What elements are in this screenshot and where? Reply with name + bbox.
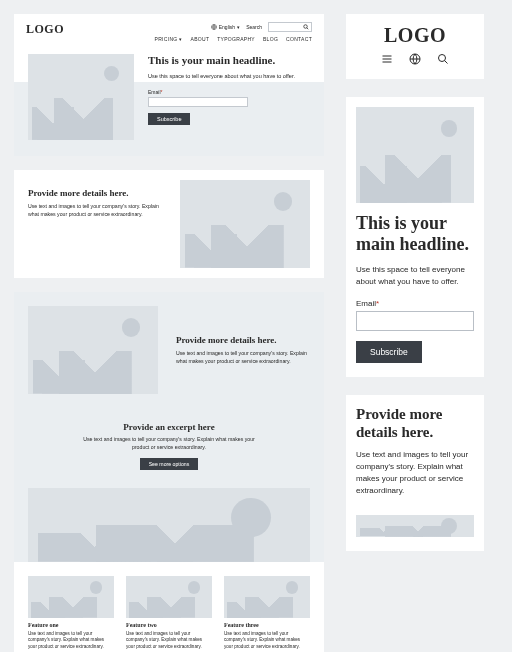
chevron-down-icon: ▾ (178, 36, 183, 42)
svg-point-7 (439, 55, 446, 62)
desktop-preview: LOGO English ▾ Search (14, 14, 324, 652)
mobile-details-heading: Provide more details here. (356, 405, 474, 441)
details-1-heading: Provide more details here. (28, 188, 162, 198)
svg-line-2 (307, 28, 309, 30)
feature-1-title: Feature one (28, 622, 114, 628)
mobile-email-label: Email* (356, 299, 474, 308)
mobile-details: Provide more details here. Use text and … (346, 395, 484, 511)
section-details-2: Provide more details here. Use text and … (14, 292, 324, 408)
details-2-body: Use text and images to tell your company… (176, 350, 310, 366)
excerpt-media (28, 488, 310, 562)
language-label: English (219, 24, 235, 30)
feature-2-image-placeholder (126, 576, 212, 618)
mobile-details-body: Use text and images to tell your company… (356, 449, 474, 497)
top-utility-bar: English ▾ Search (211, 22, 312, 32)
mobile-nav (356, 53, 474, 65)
globe-icon (211, 24, 217, 30)
mobile-hero-headline: This is your main headline. (356, 213, 474, 254)
section-excerpt: Provide an excerpt here Use text and ima… (14, 408, 324, 480)
feature-3-image-placeholder (224, 576, 310, 618)
globe-icon[interactable] (409, 53, 421, 65)
hero-section: This is your main headline. Use this spa… (14, 48, 324, 156)
details-1-body: Use text and images to tell your company… (28, 203, 162, 219)
excerpt-heading: Provide an excerpt here (34, 422, 304, 432)
hero-content: This is your main headline. Use this spa… (148, 50, 310, 125)
feature-3-title: Feature three (224, 622, 310, 628)
brand-logo[interactable]: LOGO (26, 22, 64, 37)
details-1-image-placeholder (180, 180, 310, 268)
mobile-email-field[interactable] (356, 311, 474, 331)
nav-typography[interactable]: TYPOGRAPHY (217, 36, 255, 42)
features-row: Feature one Use text and images to tell … (14, 562, 324, 652)
email-field[interactable] (148, 97, 248, 107)
mobile-details-media (346, 511, 484, 551)
details-2-image-placeholder (28, 306, 158, 394)
nav-contact[interactable]: CONTACT (286, 36, 312, 42)
search-label: Search (246, 24, 262, 30)
mobile-details-image-placeholder (356, 515, 474, 537)
search-icon (303, 24, 309, 30)
header-right: English ▾ Search PRICING ▾ ABOUT TYPOGRA… (155, 22, 312, 42)
feature-2: Feature two Use text and images to tell … (126, 576, 212, 652)
primary-nav: PRICING ▾ ABOUT TYPOGRAPHY BLOG CONTACT (155, 36, 312, 42)
mobile-brand-logo[interactable]: LOGO (356, 24, 474, 47)
email-label: Email* (148, 89, 310, 95)
feature-2-body: Use text and images to tell your company… (126, 631, 212, 652)
composite-tinted-area: Provide more details here. Use text and … (14, 292, 324, 562)
section-hero-card: LOGO English ▾ Search (14, 14, 324, 156)
search-box[interactable] (268, 22, 312, 32)
mobile-subscribe-button[interactable]: Subscribe (356, 341, 422, 363)
feature-1-body: Use text and images to tell your company… (28, 631, 114, 652)
nav-blog[interactable]: BLOG (263, 36, 278, 42)
see-more-button[interactable]: See more options (140, 458, 199, 470)
mobile-spacer-2 (346, 377, 484, 395)
hero-headline: This is your main headline. (148, 54, 310, 67)
subscribe-button[interactable]: Subscribe (148, 113, 190, 125)
svg-line-8 (445, 61, 448, 64)
hamburger-icon[interactable] (381, 53, 393, 65)
search-input[interactable] (271, 24, 301, 30)
mobile-header: LOGO (346, 14, 484, 79)
mobile-hero-image-placeholder (356, 107, 474, 203)
mobile-preview: LOGO This is your main headline. Use thi… (346, 14, 484, 551)
section-details-1: Provide more details here. Use text and … (14, 170, 324, 278)
section-composite: Provide more details here. Use text and … (14, 292, 324, 652)
nav-about[interactable]: ABOUT (191, 36, 210, 42)
hero-image-placeholder (28, 54, 134, 140)
feature-1-image-placeholder (28, 576, 114, 618)
mobile-spacer-1 (346, 79, 484, 97)
chevron-down-icon: ▾ (237, 24, 240, 30)
excerpt-body: Use text and images to tell your company… (79, 436, 259, 452)
feature-1: Feature one Use text and images to tell … (28, 576, 114, 652)
mobile-hero: This is your main headline. Use this spa… (346, 97, 484, 377)
excerpt-image-placeholder (28, 488, 310, 562)
details-2-heading: Provide more details here. (176, 335, 310, 345)
feature-3: Feature three Use text and images to tel… (224, 576, 310, 652)
mobile-hero-subtext: Use this space to tell everyone about wh… (356, 264, 474, 286)
search-icon[interactable] (437, 53, 449, 65)
hero-subtext: Use this space to tell everyone about wh… (148, 73, 310, 81)
details-1-text: Provide more details here. Use text and … (28, 170, 162, 237)
language-switcher[interactable]: English ▾ (211, 24, 240, 30)
feature-2-title: Feature two (126, 622, 212, 628)
svg-point-1 (304, 25, 308, 29)
feature-3-body: Use text and images to tell your company… (224, 631, 310, 652)
site-header: LOGO English ▾ Search (14, 14, 324, 48)
nav-pricing[interactable]: PRICING ▾ (155, 36, 183, 42)
details-2-text: Provide more details here. Use text and … (176, 335, 310, 366)
